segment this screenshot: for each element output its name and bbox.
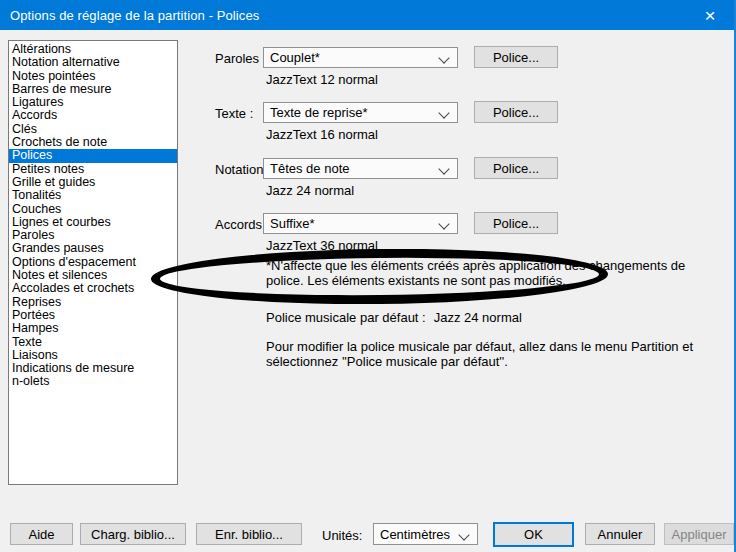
help-button[interactable]: Aide (10, 523, 73, 545)
units-value: Centimètres (380, 527, 450, 542)
asterisk-note: *N'affecte que les éléments créés après … (266, 258, 685, 288)
apply-button-disabled: Appliquer (664, 523, 734, 545)
paroles-style-combobox[interactable]: Couplet* (263, 47, 458, 68)
category-item[interactable]: n-olets (9, 375, 177, 388)
accords-style-combobox[interactable]: Suffixe* (263, 213, 458, 234)
font-row-texte: Texte : Texte de reprise* Police... Jazz… (0, 102, 736, 152)
notation-style-value: Têtes de note (270, 161, 350, 176)
notation-style-combobox[interactable]: Têtes de note (263, 158, 458, 179)
chevron-down-icon (438, 52, 449, 63)
save-library-button[interactable]: Enr. biblio... (196, 523, 302, 545)
accords-police-button[interactable]: Police... (474, 212, 558, 234)
asterisk-note-line2: police. Les éléments existants ne sont p… (266, 273, 685, 288)
chevron-down-icon (438, 107, 449, 118)
category-item[interactable]: Liaisons (9, 349, 177, 362)
ok-button[interactable]: OK (493, 522, 574, 547)
category-item[interactable]: Portées (9, 309, 177, 322)
window-title: Options de réglage de la partition - Pol… (10, 8, 259, 23)
category-item[interactable]: Hampes (9, 322, 177, 335)
texte-style-value: Texte de reprise* (270, 105, 368, 120)
cancel-button[interactable]: Annuler (585, 523, 655, 545)
texte-font-info: JazzText 16 normal (266, 127, 378, 142)
texte-label: Texte : (215, 106, 253, 121)
accords-style-value: Suffixe* (270, 216, 315, 231)
dialog-window: Options de réglage de la partition - Pol… (0, 0, 736, 552)
category-item[interactable]: Reprises (9, 296, 177, 309)
accords-font-info: JazzText 36 normal (266, 238, 378, 253)
notation-font-info: Jazz 24 normal (266, 183, 354, 198)
chevron-down-icon (438, 163, 449, 174)
default-music-font-line: Police musicale par défaut :Jazz 24 norm… (266, 310, 522, 325)
category-item[interactable]: Accolades et crochets (9, 282, 177, 295)
asterisk-note-line1: *N'affecte que les éléments créés après … (266, 258, 685, 273)
close-icon[interactable]: × (688, 0, 732, 30)
titlebar: Options de réglage de la partition - Pol… (0, 0, 734, 30)
default-font-hint-line1: Pour modifier la police musicale par déf… (266, 339, 693, 354)
paroles-style-value: Couplet* (270, 50, 320, 65)
paroles-font-info: JazzText 12 normal (266, 72, 378, 87)
units-label: Unités: (322, 528, 362, 543)
default-music-font-label: Police musicale par défaut : (266, 310, 426, 325)
font-row-paroles: Paroles : Couplet* Police... JazzText 12… (0, 47, 736, 97)
chevron-down-icon (438, 218, 449, 229)
paroles-police-button[interactable]: Police... (474, 46, 558, 68)
category-item[interactable]: Texte (9, 336, 177, 349)
font-row-notation: Notation : Têtes de note Police... Jazz … (0, 158, 736, 208)
category-item[interactable]: Indications de mesure (9, 362, 177, 375)
notation-police-button[interactable]: Police... (474, 157, 558, 179)
accords-label: Accords : (215, 217, 269, 232)
units-combobox[interactable]: Centimètres (373, 523, 478, 545)
category-item[interactable]: Notes et silences (9, 269, 177, 282)
chevron-down-icon (458, 529, 469, 540)
texte-police-button[interactable]: Police... (474, 101, 558, 123)
default-music-font-value: Jazz 24 normal (434, 310, 522, 325)
texte-style-combobox[interactable]: Texte de reprise* (263, 102, 458, 123)
paroles-label: Paroles : (215, 51, 266, 66)
default-font-hint-line2: sélectionnez ''Police musicale par défau… (266, 354, 693, 369)
load-library-button[interactable]: Charg. biblio... (80, 523, 186, 545)
font-row-accords: Accords : Suffixe* Police... JazzText 36… (0, 213, 736, 263)
default-font-hint: Pour modifier la police musicale par déf… (266, 339, 693, 369)
